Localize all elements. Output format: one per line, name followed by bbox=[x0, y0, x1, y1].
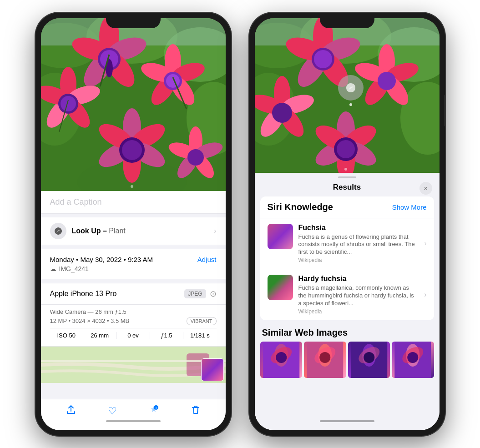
svg-point-77 bbox=[272, 103, 292, 123]
map-thumbnail bbox=[201, 358, 224, 381]
fuchsia-content: Fuchsia Fuchsia is a genus of flowering … bbox=[298, 224, 419, 264]
svg-point-43 bbox=[187, 149, 204, 166]
photo-area[interactable] bbox=[41, 18, 226, 191]
camera-section: Apple iPhone 13 Pro JPEG ⊙ Wide Camera —… bbox=[41, 283, 226, 347]
similar-title: Similar Web Images bbox=[260, 324, 434, 342]
phone-2-screen: Results × Siri Knowledge Show More bbox=[255, 18, 440, 430]
hardy-thumbnail bbox=[268, 275, 293, 300]
trash-icon bbox=[191, 405, 201, 415]
caption-placeholder[interactable]: Add a Caption bbox=[50, 197, 102, 206]
home-indicator bbox=[106, 420, 161, 422]
map-area[interactable] bbox=[41, 347, 226, 383]
caption-area[interactable]: Add a Caption bbox=[41, 191, 226, 214]
visual-search-dot bbox=[349, 103, 352, 106]
svg-point-94 bbox=[319, 352, 330, 363]
similar-image-3[interactable] bbox=[348, 342, 390, 378]
svg-point-37 bbox=[122, 140, 142, 160]
hardy-chevron-icon: › bbox=[424, 291, 426, 299]
similar-flower-3 bbox=[348, 342, 390, 378]
similar-flower-4 bbox=[392, 342, 434, 378]
flower-image bbox=[41, 18, 226, 191]
photo-area-2 bbox=[255, 18, 440, 173]
share-button[interactable] bbox=[66, 405, 76, 417]
similar-image-4[interactable] bbox=[392, 342, 434, 378]
lookup-chevron-icon: › bbox=[214, 227, 216, 235]
sparkle-info-icon: i bbox=[149, 405, 159, 415]
fuchsia-source: Wikipedia bbox=[298, 257, 419, 263]
similar-images-grid bbox=[260, 342, 434, 378]
heart-button[interactable]: ♡ bbox=[108, 405, 117, 417]
svg-point-29 bbox=[61, 96, 76, 111]
bottom-toolbar: ♡ i bbox=[41, 399, 226, 430]
camera-header: Apple iPhone 13 Pro JPEG ⊙ bbox=[41, 283, 226, 305]
aperture-value: ƒ1.5 bbox=[150, 332, 183, 339]
svg-text:i: i bbox=[155, 406, 156, 410]
leaf-search-icon bbox=[344, 81, 357, 94]
fuchsia-description: Fuchsia is a genus of flowering plants t… bbox=[298, 233, 419, 257]
delete-button[interactable] bbox=[191, 405, 201, 417]
share-icon bbox=[66, 405, 76, 415]
results-panel: Results × Siri Knowledge Show More bbox=[255, 173, 440, 430]
fuchsia-thumbnail bbox=[268, 224, 293, 249]
similar-image-2[interactable] bbox=[304, 342, 346, 378]
date-text: Monday • May 30, 2022 • 9:23 AM bbox=[50, 256, 153, 263]
knowledge-item-fuchsia[interactable]: Fuchsia Fuchsia is a genus of flowering … bbox=[260, 218, 434, 270]
shutter-value: 1/181 s bbox=[183, 332, 216, 339]
svg-point-85 bbox=[337, 140, 355, 158]
phone-1: Add a Caption Look Up – Plant › Mon bbox=[35, 13, 231, 436]
info-panel: Add a Caption Look Up – Plant › Mon bbox=[41, 191, 226, 399]
svg-point-98 bbox=[364, 352, 374, 363]
results-header: Results × bbox=[255, 180, 440, 196]
svg-point-71 bbox=[378, 72, 396, 90]
settings-icon: ⊙ bbox=[210, 289, 217, 299]
svg-point-65 bbox=[314, 50, 332, 68]
hardy-source: Wikipedia bbox=[298, 308, 419, 315]
map-svg bbox=[41, 347, 226, 383]
visual-search-button[interactable] bbox=[338, 75, 364, 101]
exposure-value: 0 ev bbox=[116, 332, 150, 339]
fuchsia-name: Fuchsia bbox=[298, 224, 419, 232]
map-road bbox=[41, 360, 226, 362]
leaf-icon bbox=[54, 227, 63, 236]
info-button[interactable]: i bbox=[149, 405, 159, 418]
drag-handle bbox=[338, 176, 356, 178]
hardy-name: Hardy fuchsia bbox=[298, 275, 419, 283]
lookup-row[interactable]: Look Up – Plant › bbox=[41, 217, 226, 245]
camera-specs: Wide Camera — 26 mm ƒ1.5 12 MP • 3024 × … bbox=[41, 305, 226, 346]
cloud-icon: ☁ bbox=[50, 265, 56, 272]
phone-1-screen: Add a Caption Look Up – Plant › Mon bbox=[41, 18, 226, 430]
siri-header: Siri Knowledge Show More bbox=[260, 196, 434, 218]
date-row: Monday • May 30, 2022 • 9:23 AM Adjust bbox=[50, 256, 217, 263]
wide-camera: Wide Camera — 26 mm ƒ1.5 bbox=[50, 308, 217, 315]
svg-point-22 bbox=[166, 74, 180, 88]
vibrant-badge: VIBRANT bbox=[187, 317, 217, 325]
svg-point-102 bbox=[407, 352, 418, 363]
results-title: Results bbox=[333, 183, 361, 192]
date-section: Monday • May 30, 2022 • 9:23 AM Adjust ☁… bbox=[41, 249, 226, 279]
similar-flower-2 bbox=[304, 342, 346, 378]
phone-2: Results × Siri Knowledge Show More bbox=[249, 13, 445, 436]
focal-value: 26 mm bbox=[83, 332, 116, 339]
svg-point-90 bbox=[276, 352, 287, 363]
home-indicator-2 bbox=[320, 420, 374, 422]
svg-point-86 bbox=[344, 168, 347, 171]
camera-badges: JPEG ⊙ bbox=[184, 289, 216, 299]
lookup-label: Look Up – Plant bbox=[72, 227, 126, 235]
knowledge-item-hardy[interactable]: Hardy fuchsia Fuchsia magellanica, commo… bbox=[260, 269, 434, 320]
fuchsia-chevron-icon: › bbox=[424, 239, 426, 247]
hardy-content: Hardy fuchsia Fuchsia magellanica, commo… bbox=[298, 275, 419, 315]
siri-knowledge-section: Siri Knowledge Show More Fuchsia Fuchsia… bbox=[260, 196, 434, 320]
specs-row: 12 MP • 3024 × 4032 • 3.5 MB VIBRANT bbox=[50, 317, 217, 325]
lookup-icon bbox=[50, 223, 66, 239]
siri-title: Siri Knowledge bbox=[268, 202, 333, 212]
filename: IMG_4241 bbox=[59, 265, 89, 272]
exif-row: ISO 50 26 mm 0 ev ƒ1.5 1/181 s bbox=[50, 328, 217, 342]
camera-name: Apple iPhone 13 Pro bbox=[50, 290, 117, 298]
close-button[interactable]: × bbox=[419, 182, 432, 195]
adjust-button[interactable]: Adjust bbox=[197, 256, 217, 263]
similar-image-1[interactable] bbox=[260, 342, 303, 378]
location-row: ☁ IMG_4241 bbox=[50, 265, 217, 272]
show-more-button[interactable]: Show More bbox=[392, 203, 427, 211]
jpeg-badge: JPEG bbox=[184, 289, 206, 298]
iso-value: ISO 50 bbox=[50, 332, 83, 339]
